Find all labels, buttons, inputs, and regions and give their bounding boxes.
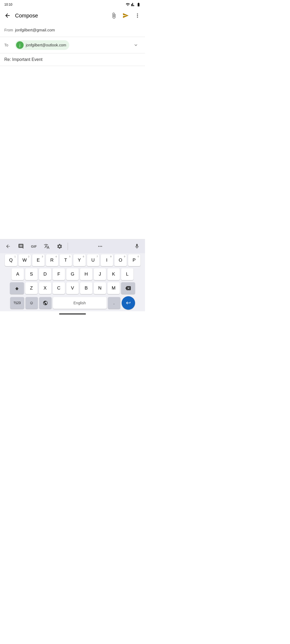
- translate-icon: [44, 243, 50, 249]
- from-email: jonfgilbert@gmail.com: [15, 28, 141, 32]
- enter-key[interactable]: [122, 296, 135, 310]
- signal-icon: [131, 2, 135, 7]
- key-row-3: Z X C V B N M: [1, 282, 144, 294]
- globe-key[interactable]: [39, 297, 52, 309]
- expand-icon: [133, 42, 139, 48]
- app-bar: Compose: [0, 8, 145, 23]
- compose-fields: From jonfgilbert@gmail.com To j jonfgilb…: [0, 23, 145, 147]
- key-p[interactable]: P0: [128, 254, 140, 266]
- key-x[interactable]: X: [39, 282, 51, 294]
- keyboard-rows: Q1 W2 E3 R4 T5 Y6 U7 I8 O9 P0 A S D F G …: [0, 253, 145, 311]
- keyboard-back-icon: [5, 244, 11, 249]
- home-bar: [59, 313, 86, 314]
- space-label: English: [74, 301, 86, 305]
- send-icon: [122, 12, 129, 19]
- key-o[interactable]: O9: [114, 254, 127, 266]
- to-label: To: [4, 43, 15, 47]
- attach-button[interactable]: [108, 10, 119, 21]
- key-t[interactable]: T5: [60, 254, 72, 266]
- attach-icon: [111, 12, 117, 19]
- send-button[interactable]: [120, 10, 131, 21]
- backspace-key[interactable]: [121, 282, 135, 294]
- backspace-icon: [125, 286, 131, 291]
- key-d[interactable]: D: [39, 268, 51, 280]
- keyboard-settings-button[interactable]: [54, 241, 66, 252]
- translate-button[interactable]: [41, 241, 53, 252]
- recipient-avatar: j: [16, 41, 24, 49]
- key-j[interactable]: J: [94, 268, 106, 280]
- expand-recipients-button[interactable]: [131, 40, 141, 50]
- key-c[interactable]: C: [53, 282, 65, 294]
- key-g[interactable]: G: [66, 268, 79, 280]
- more-options-button[interactable]: [132, 10, 143, 21]
- status-time: 10:10: [4, 3, 12, 6]
- emoji-key[interactable]: ☺: [26, 297, 38, 309]
- battery-icon: [136, 2, 141, 7]
- status-icons: [126, 2, 141, 7]
- key-w[interactable]: W2: [19, 254, 31, 266]
- number-symbols-key[interactable]: ?123: [10, 297, 24, 309]
- back-arrow-icon: [4, 12, 11, 19]
- key-y[interactable]: Y6: [73, 254, 86, 266]
- to-row[interactable]: To j jonfgilbert@outlook.com: [0, 37, 145, 53]
- num123-label: ?123: [13, 301, 21, 305]
- key-a[interactable]: A: [12, 268, 24, 280]
- page-title: Compose: [15, 13, 108, 19]
- from-row: From jonfgilbert@gmail.com: [0, 23, 145, 37]
- wifi-icon: [126, 2, 130, 7]
- period-key[interactable]: .: [108, 297, 120, 309]
- gif-button[interactable]: GIF: [28, 241, 40, 252]
- mic-icon: [134, 243, 140, 249]
- home-indicator: [0, 311, 145, 317]
- key-v[interactable]: V: [66, 282, 79, 294]
- keyboard-container: GIF Q1 W2 E3 R: [0, 239, 145, 317]
- key-l[interactable]: L: [121, 268, 133, 280]
- subject-text: Re: Important Event: [4, 57, 42, 62]
- app-bar-actions: [108, 10, 143, 21]
- key-n[interactable]: N: [94, 282, 106, 294]
- key-f[interactable]: F: [53, 268, 65, 280]
- key-z[interactable]: Z: [25, 282, 38, 294]
- voice-input-button[interactable]: [131, 241, 143, 252]
- subject-row[interactable]: Re: Important Event: [0, 53, 145, 66]
- globe-icon: [43, 300, 48, 306]
- shift-icon: [14, 286, 20, 291]
- more-horiz-icon: [97, 243, 103, 249]
- toolbar-divider: [68, 243, 68, 250]
- gif-label: GIF: [31, 244, 37, 248]
- key-row-2: A S D F G H J K L: [1, 268, 144, 280]
- key-s[interactable]: S: [25, 268, 38, 280]
- space-key[interactable]: English: [53, 297, 107, 309]
- key-e[interactable]: E3: [32, 254, 45, 266]
- keyboard-toolbar: GIF: [0, 239, 145, 253]
- shift-key[interactable]: [10, 282, 24, 294]
- keyboard-back-button[interactable]: [2, 241, 14, 252]
- key-i[interactable]: I8: [101, 254, 113, 266]
- enter-icon: [126, 300, 131, 306]
- key-row-4: ?123 ☺ English .: [1, 296, 144, 310]
- more-vert-icon: [134, 12, 141, 19]
- sticker-button[interactable]: [15, 241, 27, 252]
- from-label: From: [4, 28, 15, 32]
- compose-body[interactable]: [0, 66, 145, 147]
- key-row-1: Q1 W2 E3 R4 T5 Y6 U7 I8 O9 P0: [1, 254, 144, 266]
- key-m[interactable]: M: [107, 282, 120, 294]
- sticker-icon: [18, 243, 24, 249]
- more-toolbar-button[interactable]: [70, 241, 130, 252]
- key-b[interactable]: B: [80, 282, 92, 294]
- settings-icon: [57, 243, 63, 249]
- key-u[interactable]: U7: [87, 254, 99, 266]
- key-h[interactable]: H: [80, 268, 92, 280]
- key-k[interactable]: K: [107, 268, 120, 280]
- recipient-chip[interactable]: j jonfgilbert@outlook.com: [15, 40, 69, 50]
- back-button[interactable]: [2, 10, 13, 21]
- key-q[interactable]: Q1: [5, 254, 17, 266]
- key-r[interactable]: R4: [46, 254, 58, 266]
- recipient-email: jonfgilbert@outlook.com: [26, 43, 66, 47]
- status-bar: 10:10: [0, 0, 145, 8]
- emoji-icon: ☺: [29, 301, 34, 305]
